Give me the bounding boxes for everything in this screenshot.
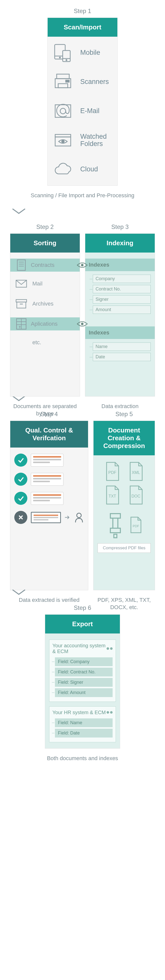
sort-label: Mail (32, 280, 42, 287)
scan-label: Watched Folders (80, 133, 113, 148)
export-system-accounting: Your accounting system & ECM Field: Comp… (49, 640, 116, 702)
file-txt-icon: TXT (102, 485, 123, 505)
sort-label: Contracts (31, 262, 54, 268)
scanner-icon (52, 72, 74, 92)
svg-point-19 (81, 264, 83, 266)
steps-2-3-row: Step 2 Sorting Contracts Mail (10, 223, 155, 387)
step4-body (10, 447, 88, 590)
step-6: Step 6 Export Your accounting system & E… (10, 605, 155, 762)
file-xml-icon: XML (126, 461, 146, 482)
person-icon (74, 512, 84, 523)
export-field: Field: Amount (55, 688, 113, 697)
index-tree-2: Name Date (93, 342, 151, 361)
qc-item-ok (14, 473, 84, 486)
svg-text:TXT: TXT (108, 494, 116, 498)
scan-label: E-Mail (80, 107, 99, 115)
check-icon (14, 492, 27, 505)
step6-caption: Both documents and indexes (10, 755, 155, 762)
step6-card: Export Your accounting system & ECM Fiel… (45, 614, 120, 749)
svg-rect-6 (57, 74, 69, 79)
svg-text:XML: XML (132, 470, 140, 475)
export-field: Field: Company (55, 657, 113, 666)
step3-card: Indexing Indexes Company Contract No. Si… (85, 234, 155, 396)
index-field: Amount (93, 305, 151, 314)
step-label: Step 2 (10, 223, 80, 231)
index-field: Date (93, 353, 151, 361)
step-5: Step 5 Document Creation & Compression P… (93, 410, 155, 580)
indexes-header: Indexes (85, 259, 155, 271)
step-4: Step 4 Qual. Control & Verifcation (10, 410, 88, 580)
document-icon (14, 259, 28, 272)
step5-body: PDF XML TXT DOC PDF Compressed (94, 455, 155, 590)
blank-icon (14, 336, 28, 349)
email-icon (52, 101, 74, 121)
svg-rect-8 (58, 84, 68, 88)
step-3: Step 3 Indexing Indexes Company Contract… (85, 223, 155, 387)
index-tree-1: Company Contract No. Signer Amount (93, 275, 151, 314)
step5-caption: PDF, XPS, XML, TXT, DOCX, etc. (93, 596, 155, 611)
step1-body: Mobile Scanners E-Mail Watched Folders (48, 37, 117, 185)
scan-label: Cloud (80, 165, 98, 173)
step-label: Step 1 (10, 8, 155, 14)
svg-rect-21 (16, 299, 27, 302)
index-field: Signer (93, 295, 151, 304)
step-label: Step 5 (93, 410, 155, 418)
step4-caption: Data extracted is verified (10, 596, 88, 604)
mobile-icon (52, 43, 74, 63)
svg-rect-35 (114, 534, 117, 538)
svg-point-4 (66, 60, 67, 60)
document-card (31, 473, 63, 486)
sort-row-etc: etc. (14, 336, 76, 349)
svg-text:✝: ✝ (18, 325, 21, 329)
cloud-icon (52, 159, 74, 180)
file-pdf-icon: PDF (102, 461, 123, 482)
svg-text:PDF: PDF (108, 470, 116, 475)
indexes-title-text: Indexes (89, 262, 109, 268)
export-system-hr: Your HR system & ECM Field: Name Field: … (49, 706, 116, 742)
steps-4-5-row: Step 4 Qual. Control & Verifcation (10, 410, 155, 580)
check-icon (14, 473, 27, 486)
sort-label: Aplications (31, 321, 57, 327)
scan-row-mobile: Mobile (52, 43, 113, 63)
scan-label: Mobile (80, 49, 100, 57)
export-system-name: Your accounting system & ECM (52, 643, 107, 654)
step4-card: Qual. Control & Verifcation (10, 421, 88, 590)
indexes-title-text: Indexes (89, 329, 109, 336)
qc-item-ok (14, 492, 84, 505)
dots-icon (107, 711, 113, 714)
export-field: Field: Signer (55, 678, 113, 687)
file-pdf-small-icon: PDF (129, 516, 143, 534)
sort-label: Archives (32, 301, 53, 307)
step3-body: Indexes Company Contract No. Signer Amou… (85, 253, 155, 396)
step1-header: Scan/Import (48, 18, 117, 37)
scan-row-scanners: Scanners (52, 72, 113, 92)
svg-point-14 (62, 140, 64, 143)
export-system-name: Your HR system & ECM (52, 710, 106, 715)
sort-row-contracts: Contracts (10, 259, 80, 272)
sort-label: etc. (32, 339, 41, 346)
eye-icon (76, 320, 88, 328)
scan-row-cloud: Cloud (52, 159, 113, 180)
qc-item-fail (14, 511, 84, 524)
step2-header: Sorting (10, 234, 80, 253)
watched-folders-icon (52, 130, 74, 150)
step2-body: Contracts Mail Archives (10, 253, 80, 396)
check-icon (14, 453, 27, 467)
scan-row-watched: Watched Folders (52, 130, 113, 150)
document-card (31, 492, 63, 505)
step4-header: Qual. Control & Verifcation (10, 421, 88, 447)
arrow-right-icon (64, 515, 71, 520)
file-doc-icon: DOC (126, 485, 146, 505)
step1-caption: Scanning / File Import and Pre-Processin… (10, 192, 155, 199)
step6-body: Your accounting system & ECM Field: Comp… (45, 633, 120, 748)
svg-point-11 (60, 108, 66, 114)
compressed-label: Compressed PDF files (97, 543, 151, 553)
svg-rect-15 (17, 260, 25, 270)
step5-header: Document Creation & Compression (94, 421, 155, 456)
indexes-header: Indexes (85, 326, 155, 339)
archive-icon (14, 297, 28, 310)
step-1: Step 1 Scan/Import Mobile Scanners E-Mai… (10, 8, 155, 199)
eye-icon (76, 261, 88, 269)
svg-rect-22 (17, 302, 26, 308)
scan-label: Scanners (80, 78, 109, 86)
